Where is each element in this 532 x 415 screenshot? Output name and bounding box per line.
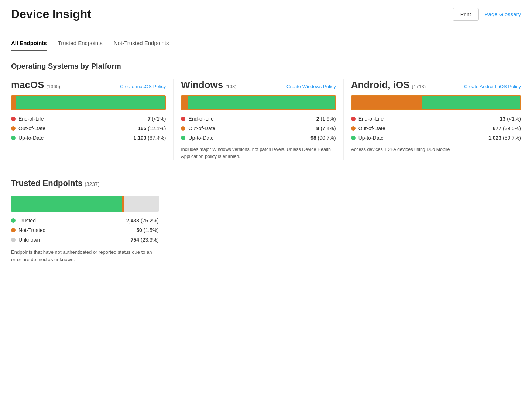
page-header: Device Insight Print Page Glossary [11,7,521,21]
legend-value: 1,023 (59.7%) [488,135,521,141]
platform-header-1: Windows(108)Create Windows Policy [181,79,336,91]
platform-count-0: (1365) [47,84,61,89]
platform-count-2: (1713) [412,84,426,89]
legend-value: 2 (1.9%) [316,116,336,122]
platform-legend-2: End-of-Life13 (<1%)Out-of-Date677 (39.5%… [351,116,521,141]
os-section-title: Operating Systems by Platform [11,62,521,70]
trusted-dot [11,238,16,242]
page-title: Device Insight [11,7,91,21]
platform-header-0: macOS(1365)Create macOS Policy [11,79,166,91]
legend-row: Up-to-Date98 (90.7%) [181,135,336,141]
platform-bar-2 [351,95,521,110]
platform-header-2: Android, iOS(1713)Create Android, iOS Po… [351,79,521,91]
legend-dot [181,117,185,121]
platform-legend-0: End-of-Life7 (<1%)Out-of-Date165 (12.1%)… [11,116,166,141]
trusted-legend-label: Unknown [18,237,40,243]
legend-value: 7 (<1%) [148,116,166,122]
platform-col-0: macOS(1365)Create macOS PolicyEnd-of-Lif… [11,79,174,160]
legend-label: End-of-Life [188,116,213,122]
platform-policy-link-2[interactable]: Create Android, iOS Policy [464,84,521,89]
platform-name-2: Android, iOS [351,79,410,90]
trusted-legend-label: Not-Trusted [18,227,45,233]
legend-label: Out-of-Date [188,125,215,131]
legend-row: Out-of-Date8 (7.4%) [181,125,336,131]
legend-row: End-of-Life2 (1.9%) [181,116,336,122]
legend-label: Out-of-Date [18,125,45,131]
legend-dot [181,126,185,131]
legend-value: 13 (<1%) [500,116,521,122]
platform-legend-1: End-of-Life2 (1.9%)Out-of-Date8 (7.4%)Up… [181,116,336,141]
platforms-grid: macOS(1365)Create macOS PolicyEnd-of-Lif… [11,79,521,160]
trusted-legend-row: Unknown754 (23.3%) [11,237,159,243]
tab-not-trusted[interactable]: Not-Trusted Endpoints [114,36,169,51]
print-button[interactable]: Print [453,8,479,21]
legend-row: Out-of-Date677 (39.5%) [351,125,521,131]
trusted-legend-label: Trusted [18,218,36,224]
platform-policy-link-1[interactable]: Create Windows Policy [286,84,336,89]
bar-segment [188,96,335,109]
legend-label: Up-to-Date [18,135,44,141]
legend-dot [351,136,356,140]
trusted-legend: Trusted2,433 (75.2%)Not-Trusted50 (1.5%)… [11,218,521,243]
trusted-count: (3237) [85,181,99,187]
legend-dot [11,117,16,121]
bar-segment [352,96,423,109]
platform-note-2: Access devices + 2FA devices using Duo M… [351,146,521,153]
trusted-section: Trusted Endpoints(3237)Trusted2,433 (75.… [11,179,521,264]
platform-col-1: Windows(108)Create Windows PolicyEnd-of-… [181,79,343,160]
platform-bar-0 [11,95,166,110]
trusted-note: Endpoints that have not authenticated or… [11,249,159,264]
page-glossary-link[interactable]: Page Glossary [485,11,521,17]
trusted-dot [11,228,16,232]
legend-row: End-of-Life13 (<1%) [351,116,521,122]
legend-label: Out-of-Date [358,125,385,131]
trusted-legend-value: 50 (1.5%) [136,227,159,233]
bar-segment [182,96,188,109]
trusted-bar-segment [11,196,122,212]
tab-trusted[interactable]: Trusted Endpoints [58,36,103,51]
platform-col-2: Android, iOS(1713)Create Android, iOS Po… [351,79,521,160]
legend-value: 1,193 (87.4%) [133,135,166,141]
bar-segment [16,96,165,109]
platform-name-0: macOS [11,79,44,90]
trusted-bar [11,196,159,212]
legend-dot [181,136,185,140]
legend-dot [11,126,16,131]
legend-value: 677 (39.5%) [493,125,521,131]
legend-label: End-of-Life [358,116,384,122]
trusted-legend-row: Not-Trusted50 (1.5%) [11,227,159,233]
trusted-legend-row: Trusted2,433 (75.2%) [11,218,159,224]
header-actions: Print Page Glossary [453,8,521,21]
tabs-bar: All EndpointsTrusted EndpointsNot-Truste… [11,36,521,51]
legend-value: 165 (12.1%) [138,125,166,131]
legend-dot [351,117,356,121]
platform-note-1: Includes major Windows versions, not pat… [181,146,336,160]
legend-row: End-of-Life7 (<1%) [11,116,166,122]
legend-label: Up-to-Date [358,135,384,141]
trusted-legend-value: 754 (23.3%) [131,237,159,243]
bar-segment [12,96,16,109]
legend-row: Up-to-Date1,023 (59.7%) [351,135,521,141]
platform-bar-1 [181,95,336,110]
platform-policy-link-0[interactable]: Create macOS Policy [120,84,166,89]
legend-label: Up-to-Date [188,135,213,141]
legend-dot [351,126,356,131]
platform-name-1: Windows [181,79,223,90]
trusted-bar-segment [124,196,159,212]
tab-all[interactable]: All Endpoints [11,36,47,51]
legend-value: 98 (90.7%) [310,135,336,141]
bar-segment [422,96,520,109]
legend-dot [11,136,16,140]
platform-count-1: (108) [225,84,236,89]
legend-value: 8 (7.4%) [316,125,336,131]
trusted-title: Trusted Endpoints(3237) [11,179,521,188]
legend-row: Up-to-Date1,193 (87.4%) [11,135,166,141]
legend-label: End-of-Life [18,116,44,122]
legend-row: Out-of-Date165 (12.1%) [11,125,166,131]
trusted-legend-value: 2,433 (75.2%) [126,218,159,224]
trusted-dot [11,218,16,223]
